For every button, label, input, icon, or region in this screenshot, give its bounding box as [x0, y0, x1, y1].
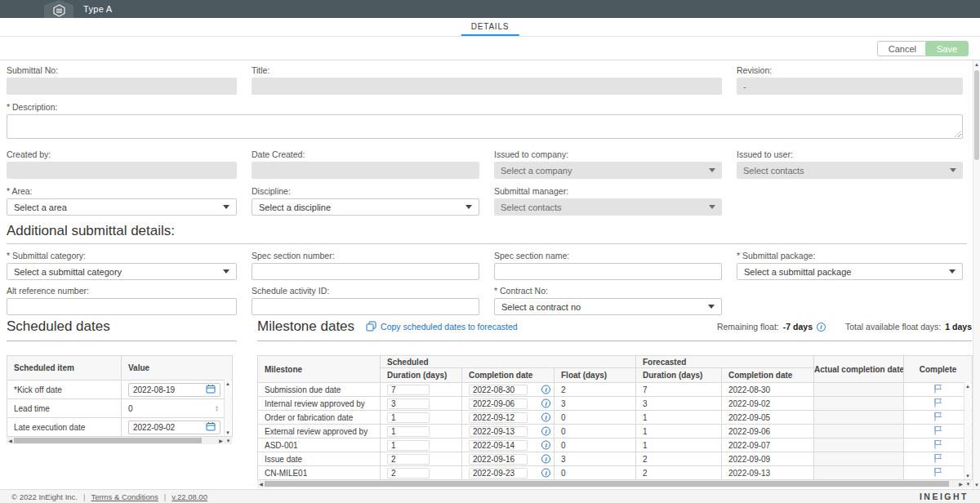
scroll-up-icon[interactable]: ▲: [965, 382, 970, 389]
scheduled-item-cell: Late execution date: [7, 418, 122, 437]
info-icon[interactable]: i: [817, 323, 826, 332]
info-icon[interactable]: i: [541, 385, 550, 394]
scheduled-completion-cell[interactable]: 2022-09-16i: [462, 452, 555, 466]
spec-section-name-input[interactable]: [494, 263, 722, 280]
contract-no-select[interactable]: Select a contract no: [494, 298, 722, 315]
scroll-up-icon[interactable]: ▲: [973, 62, 980, 67]
column-header-scheduled-duration: Duration (days): [381, 368, 462, 383]
spec-section-number-label: Spec section number:: [252, 251, 479, 260]
flag-icon[interactable]: [933, 412, 942, 421]
submittal-no-field: Submittal No:: [7, 65, 237, 95]
info-icon[interactable]: i: [541, 455, 550, 464]
area-select[interactable]: Select a area: [7, 198, 237, 216]
scrollbar-thumb[interactable]: [974, 70, 979, 160]
scheduled-completion-cell[interactable]: 2022-09-12i: [462, 411, 555, 425]
scroll-down-icon[interactable]: ▼: [965, 472, 970, 479]
scheduled-duration-cell[interactable]: 2: [381, 466, 462, 480]
scheduled-duration-cell[interactable]: 3: [381, 397, 462, 411]
alt-reference-number-label: Alt reference number:: [7, 286, 237, 296]
copy-link-label: Copy scheduled dates to forecasted: [381, 322, 518, 332]
copy-scheduled-dates-link[interactable]: Copy scheduled dates to forecasted: [366, 321, 518, 333]
column-group-forecasted: Forecasted: [636, 356, 814, 368]
discipline-select[interactable]: Select a discipline: [252, 198, 479, 216]
submittal-no-label: Submittal No:: [7, 65, 237, 75]
scheduled-completion-cell[interactable]: 2022-09-13i: [462, 425, 555, 438]
submittal-category-select[interactable]: Select a submittal category: [7, 263, 237, 280]
milestone-row: CN-MILE0122022-09-23i022022-09-13: [258, 466, 973, 480]
flag-icon[interactable]: [933, 398, 942, 407]
scheduled-item-cell: *Kick off date: [7, 381, 122, 399]
page-vertical-scrollbar[interactable]: ▲ ▼: [973, 60, 980, 489]
description-textarea[interactable]: [7, 114, 963, 139]
complete-cell: [904, 438, 973, 452]
stepper-icon[interactable]: ▲▼: [215, 405, 219, 412]
scroll-left-icon[interactable]: ◀: [257, 480, 265, 487]
scroll-left-icon[interactable]: ◀: [7, 437, 14, 444]
scheduled-completion-cell[interactable]: 2022-08-30i: [462, 383, 555, 397]
issued-to-company-value: Select a company: [501, 166, 572, 176]
scheduled-table-horizontal-scrollbar[interactable]: ◀ ▶ ▼: [7, 437, 232, 444]
scheduled-duration-cell[interactable]: 1: [381, 438, 462, 452]
issued-to-company-label: Issued to company:: [494, 149, 722, 159]
flag-icon[interactable]: [933, 439, 942, 449]
scheduled-table-vertical-scrollbar[interactable]: ▲ ▼: [224, 380, 231, 436]
scheduled-completion-cell[interactable]: 2022-09-06i: [462, 397, 555, 411]
scheduled-dates-table-body: *Kick off date2022-08-19Lead time0▲▼Late…: [7, 381, 233, 437]
column-header-forecasted-completion: Completion date: [722, 368, 814, 383]
milestone-dates-section: Milestone dates Copy scheduled dates to …: [257, 318, 972, 487]
scroll-down-icon[interactable]: ▼: [973, 483, 980, 487]
info-icon[interactable]: i: [541, 427, 550, 436]
scheduled-completion-cell[interactable]: 2022-09-23i: [462, 466, 555, 480]
scroll-right-icon[interactable]: ▶: [217, 437, 225, 444]
info-icon[interactable]: i: [541, 399, 550, 408]
flag-icon[interactable]: [933, 467, 942, 477]
alt-reference-number-input[interactable]: [7, 298, 237, 315]
spec-section-number-input[interactable]: [252, 263, 479, 280]
save-button[interactable]: Save: [925, 41, 969, 56]
number-input[interactable]: 0▲▼: [128, 404, 232, 413]
scheduled-duration-cell[interactable]: 7: [381, 383, 462, 397]
title-label: Title:: [252, 65, 722, 75]
tab-details[interactable]: DETAILS: [461, 18, 519, 36]
submittal-package-select[interactable]: Select a submittal package: [737, 263, 963, 280]
flag-icon[interactable]: [933, 384, 942, 394]
cancel-button[interactable]: Cancel: [877, 41, 928, 56]
milestone-table-horizontal-scrollbar[interactable]: ◀ ▶ ▼: [257, 480, 972, 487]
scroll-right-icon[interactable]: ▶: [957, 480, 964, 487]
scrollbar-thumb[interactable]: [14, 438, 202, 443]
terms-link[interactable]: Terms & Conditions: [91, 492, 158, 501]
flag-icon[interactable]: [933, 425, 942, 435]
calendar-icon[interactable]: [206, 421, 216, 433]
flag-icon[interactable]: [933, 453, 942, 463]
version-link[interactable]: v.22.08.00: [172, 492, 207, 501]
schedule-activity-id-input[interactable]: [252, 298, 479, 315]
scheduled-duration-cell[interactable]: 1: [381, 425, 462, 438]
scheduled-completion-cell[interactable]: 2022-09-14i: [462, 438, 555, 452]
contract-no-label: * Contract No:: [494, 286, 722, 296]
submittal-category-label: * Submittal category:: [7, 251, 237, 260]
scroll-down-icon[interactable]: ▼: [225, 429, 230, 436]
scheduled-duration-cell[interactable]: 1: [381, 411, 462, 425]
date-input[interactable]: 2022-08-19: [128, 383, 220, 397]
scrollbar-thumb[interactable]: [265, 481, 949, 487]
calendar-icon[interactable]: [206, 384, 216, 395]
schedule-activity-id-label: Schedule activity ID:: [252, 286, 479, 296]
issued-to-user-label: Issued to user:: [737, 149, 963, 159]
info-icon[interactable]: i: [541, 413, 550, 422]
date-input[interactable]: 2022-09-02: [128, 421, 220, 434]
scheduled-duration-cell[interactable]: 2: [381, 452, 462, 466]
scroll-up-icon[interactable]: ▲: [225, 380, 230, 387]
submittal-package-value: Select a submittal package: [744, 267, 851, 277]
float-days-cell: 3: [555, 452, 636, 466]
milestone-table-vertical-scrollbar[interactable]: ▲ ▼: [964, 382, 971, 479]
forecasted-completion-cell: 2022-09-06: [722, 425, 814, 438]
column-header-complete: Complete: [904, 356, 973, 383]
revision-field: Revision: -: [737, 65, 963, 95]
info-icon[interactable]: i: [541, 441, 550, 450]
forecasted-completion-cell: 2022-08-30: [722, 383, 814, 397]
issued-to-company-field: Issued to company: Select a company: [494, 149, 722, 179]
column-group-scheduled: Scheduled: [381, 356, 636, 368]
resize-handle[interactable]: [955, 131, 961, 137]
scheduled-date-row: Lead time0▲▼: [7, 399, 233, 418]
info-icon[interactable]: i: [541, 469, 550, 478]
